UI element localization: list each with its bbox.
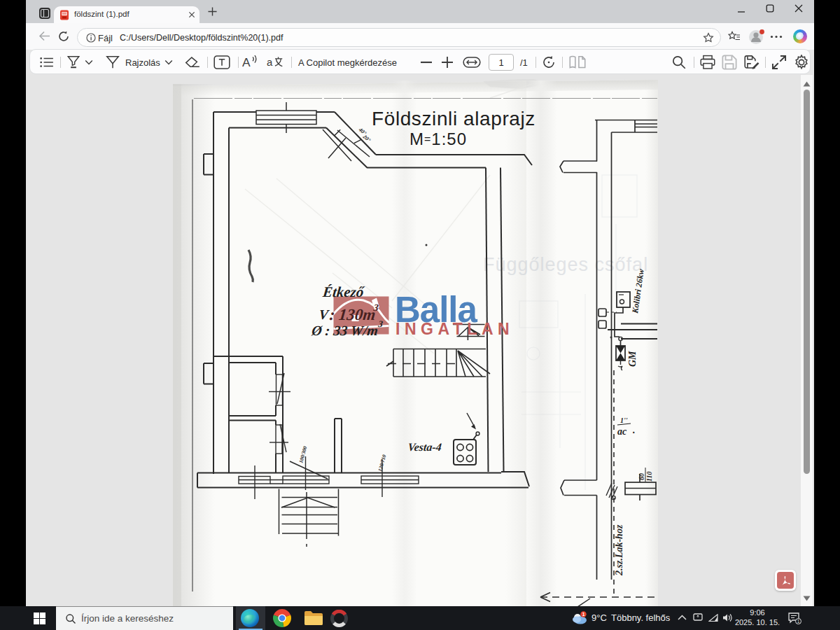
svg-text:Függőleges csőfal: Függőleges csőfal: [483, 254, 648, 275]
svg-text:: 130m: : 130m: [328, 305, 376, 323]
svg-text:Vesta-4: Vesta-4: [407, 441, 442, 453]
svg-text:1: 1: [582, 612, 585, 617]
svg-text:ac: ac: [617, 426, 627, 437]
svg-text:.: .: [633, 425, 636, 435]
svg-text:Földszinli alaprajz: Földszinli alaprajz: [372, 108, 536, 130]
svg-text:1: 1: [797, 619, 800, 624]
svg-text:a: a: [267, 57, 273, 68]
svg-text:110: 110: [645, 472, 653, 482]
svg-text:Étkező: Étkező: [321, 284, 365, 300]
svg-text:Ø : 33 W/m: Ø : 33 W/m: [310, 323, 379, 338]
svg-text:GM: GM: [627, 351, 638, 367]
svg-text:60: 60: [638, 473, 645, 480]
svg-text:A: A: [242, 55, 251, 69]
svg-text:M=1:50: M=1:50: [410, 130, 467, 148]
svg-text:1'': 1'': [620, 416, 628, 424]
svg-text:INGATLAN: INGATLAN: [396, 320, 514, 338]
svg-text:3: 3: [372, 302, 379, 313]
svg-text:2.sz.Lak-hoz: 2.sz.Lak-hoz: [614, 524, 624, 576]
